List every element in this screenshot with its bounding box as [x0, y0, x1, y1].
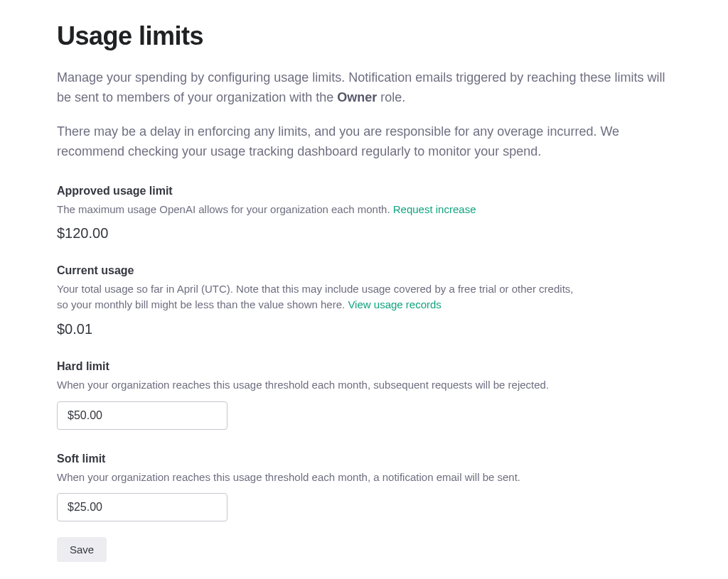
approved-usage-desc: The maximum usage OpenAI allows for your…	[57, 202, 597, 217]
request-increase-link[interactable]: Request increase	[393, 203, 476, 215]
hard-limit-title: Hard limit	[57, 360, 671, 373]
intro-paragraph-2: There may be a delay in enforcing any li…	[57, 122, 671, 162]
current-usage-value: $0.01	[57, 321, 671, 337]
soft-limit-desc: When your organization reaches this usag…	[57, 470, 597, 485]
soft-limit-input[interactable]	[57, 493, 228, 521]
intro-text-after: role.	[377, 90, 405, 104]
hard-limit-input[interactable]	[57, 401, 228, 430]
page-title: Usage limits	[57, 21, 671, 51]
view-usage-records-link[interactable]: View usage records	[348, 298, 441, 310]
soft-limit-section: Soft limit When your organization reache…	[57, 453, 671, 522]
intro-paragraph-1: Manage your spending by configuring usag…	[57, 68, 671, 108]
soft-limit-title: Soft limit	[57, 453, 671, 465]
current-usage-desc-line1: Your total usage so far in April (UTC). …	[57, 283, 573, 295]
current-usage-section: Current usage Your total usage so far in…	[57, 264, 671, 337]
approved-usage-value: $120.00	[57, 225, 671, 242]
approved-usage-section: Approved usage limit The maximum usage O…	[57, 185, 671, 242]
current-usage-title: Current usage	[57, 264, 671, 277]
current-usage-desc: Your total usage so far in April (UTC). …	[57, 281, 597, 313]
save-button[interactable]: Save	[57, 537, 107, 562]
approved-usage-title: Approved usage limit	[57, 185, 671, 197]
approved-usage-desc-text: The maximum usage OpenAI allows for your…	[57, 203, 393, 215]
current-usage-desc-line2: so your monthly bill might be less than …	[57, 298, 348, 310]
hard-limit-desc: When your organization reaches this usag…	[57, 377, 597, 393]
hard-limit-section: Hard limit When your organization reache…	[57, 360, 671, 430]
owner-role-bold: Owner	[337, 90, 377, 104]
